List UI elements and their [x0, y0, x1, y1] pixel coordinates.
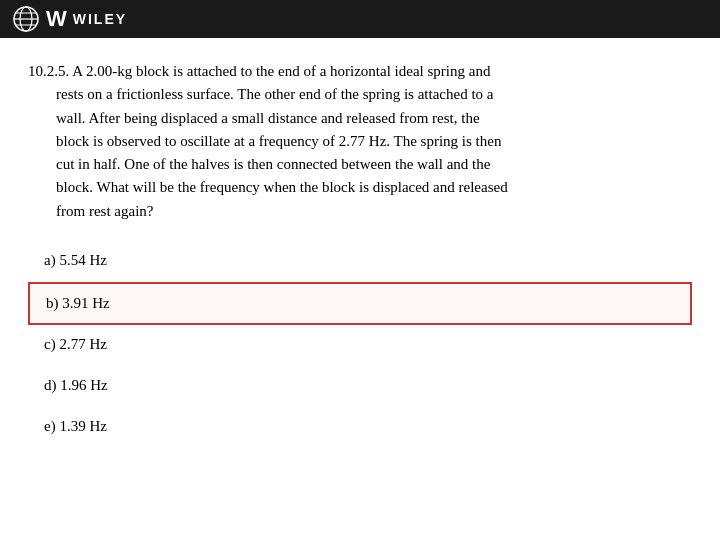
question-number: 10.2.5. [28, 63, 69, 79]
question-line3: wall. After being displaced a small dist… [28, 107, 692, 130]
question-line6: block. What will be the frequency when t… [28, 176, 692, 199]
question-text-body: A 2.00-kg block is attached to the end o… [28, 63, 692, 223]
option-d-label: d) 1.96 Hz [44, 377, 108, 393]
main-content: 10.2.5. A 2.00-kg block is attached to t… [0, 38, 720, 464]
globe-icon [12, 5, 40, 33]
option-a[interactable]: a) 5.54 Hz [28, 241, 692, 280]
question-body: 10.2.5. A 2.00-kg block is attached to t… [28, 60, 692, 223]
header: W WILEY [0, 0, 720, 38]
option-b[interactable]: b) 3.91 Hz [28, 282, 692, 325]
question-line5: cut in half. One of the halves is then c… [28, 153, 692, 176]
options-list: a) 5.54 Hz b) 3.91 Hz c) 2.77 Hz d) 1.96… [28, 241, 692, 446]
wiley-logo: W WILEY [12, 5, 127, 33]
option-e[interactable]: e) 1.39 Hz [28, 407, 692, 446]
wiley-w-letter: W [46, 6, 67, 32]
option-e-label: e) 1.39 Hz [44, 418, 107, 434]
option-c[interactable]: c) 2.77 Hz [28, 325, 692, 364]
question-line4: block is observed to oscillate at a freq… [28, 130, 692, 153]
wiley-wordmark: WILEY [73, 11, 127, 27]
question-line7: from rest again? [28, 200, 692, 223]
option-d[interactable]: d) 1.96 Hz [28, 366, 692, 405]
option-b-label: b) 3.91 Hz [46, 295, 110, 311]
question-line2: rests on a frictionless surface. The oth… [28, 83, 692, 106]
option-c-label: c) 2.77 Hz [44, 336, 107, 352]
option-a-label: a) 5.54 Hz [44, 252, 107, 268]
